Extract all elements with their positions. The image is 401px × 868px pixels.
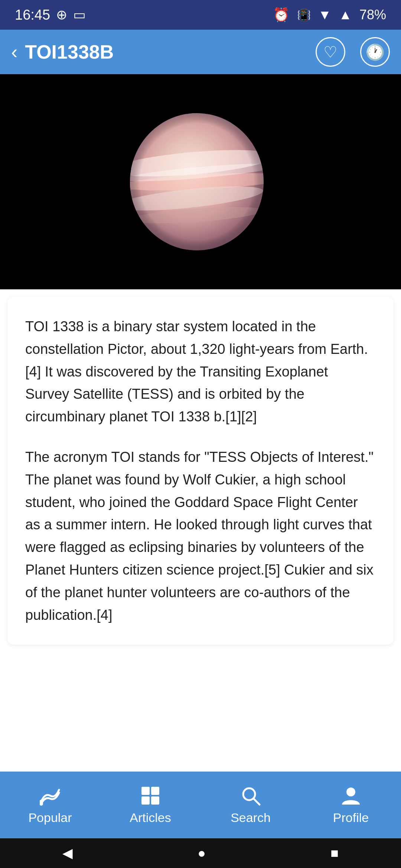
vpn-icon: ⊕ (56, 7, 67, 23)
svg-point-7 (130, 113, 264, 250)
sys-home-button[interactable]: ● (198, 845, 206, 861)
sys-back-button[interactable]: ◀ (62, 845, 73, 861)
hero-image (0, 74, 401, 289)
svg-rect-11 (151, 787, 159, 795)
articles-label: Articles (130, 811, 171, 825)
article-paragraph-1: TOI 1338 is a binary star system located… (25, 315, 376, 428)
profile-label: Profile (333, 811, 369, 825)
nav-item-profile[interactable]: Profile (301, 785, 401, 825)
page-title: TOI1338B (25, 41, 316, 63)
bottom-navigation: Popular Articles Search (0, 772, 401, 838)
app-bar: ‹ TOI1338B ♡ 🕐 (0, 30, 401, 74)
favorite-button[interactable]: ♡ (316, 37, 345, 67)
planet-illustration (123, 104, 278, 260)
content-card: TOI 1338 is a binary star system located… (7, 297, 394, 645)
nav-item-popular[interactable]: Popular (0, 785, 100, 825)
popular-icon (40, 785, 61, 806)
nav-item-search[interactable]: Search (200, 785, 301, 825)
svg-rect-12 (141, 796, 150, 805)
battery-text: 78% (359, 7, 386, 23)
screen-icon: ▭ (73, 7, 86, 23)
status-bar: 16:45 ⊕ ▭ ⏰ 📳 ▼ ▲ 78% (0, 0, 401, 30)
article-paragraph-2: The acronym TOI stands for "TESS Objects… (25, 446, 376, 626)
status-time: 16:45 ⊕ ▭ (15, 7, 86, 23)
popular-label: Popular (28, 811, 72, 825)
alarm-icon: ⏰ (273, 7, 290, 23)
wifi-icon: ▼ (318, 7, 332, 23)
sys-recents-button[interactable]: ■ (330, 845, 339, 861)
articles-icon (140, 785, 161, 806)
nav-item-articles[interactable]: Articles (100, 785, 200, 825)
search-label: Search (231, 811, 271, 825)
back-button[interactable]: ‹ (11, 41, 17, 63)
svg-rect-10 (141, 787, 150, 795)
profile-icon (340, 785, 361, 806)
svg-point-16 (346, 788, 355, 796)
history-button[interactable]: 🕐 (360, 37, 390, 67)
app-bar-actions: ♡ 🕐 (316, 37, 390, 67)
search-icon (240, 785, 261, 806)
svg-rect-13 (151, 796, 159, 805)
svg-line-15 (254, 799, 260, 805)
system-navigation-bar: ◀ ● ■ (0, 838, 401, 868)
vibrate-icon: 📳 (297, 9, 311, 22)
status-right: ⏰ 📳 ▼ ▲ 78% (273, 7, 386, 23)
signal-icon: ▲ (339, 7, 352, 23)
time-text: 16:45 (15, 7, 50, 23)
